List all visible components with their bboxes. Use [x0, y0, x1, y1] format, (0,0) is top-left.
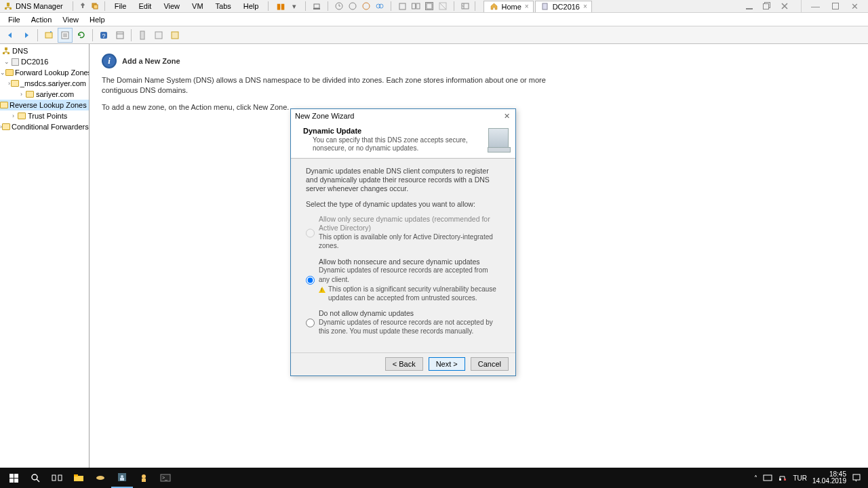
option-none[interactable]: Do not allow dynamic updates Dynamic upd…	[306, 309, 500, 336]
tray-icon-1[interactable]	[763, 474, 772, 482]
forward-button[interactable]	[19, 28, 34, 43]
outer-close-icon[interactable]: ✕	[851, 1, 859, 12]
menu-view[interactable]: View	[57, 14, 84, 25]
tree-zone-sariyer[interactable]: › sariyer.com	[0, 89, 89, 100]
svg-rect-6	[313, 8, 320, 9]
tree-fwd-zones[interactable]: ⌄ Forward Lookup Zones	[0, 67, 89, 78]
pause-icon[interactable]: ▮▮	[275, 1, 286, 12]
tree-fwd-label: Forward Lookup Zones	[15, 68, 90, 77]
unity-icon[interactable]	[397, 1, 408, 12]
svg-point-48	[121, 475, 123, 478]
expand-icon[interactable]: ›	[18, 91, 25, 98]
svg-rect-55	[779, 479, 781, 481]
close-icon[interactable]: ✕	[502, 112, 511, 121]
vm-menu-file[interactable]: File	[109, 1, 132, 12]
option-both[interactable]: Allow both nonsecure and secure dynamic …	[306, 258, 500, 303]
filter2-button[interactable]	[151, 28, 166, 43]
dropdown-icon[interactable]: ▾	[289, 1, 300, 12]
outer-maximize-icon[interactable]	[832, 3, 839, 9]
send-ctrl-alt-del-icon[interactable]	[311, 1, 322, 12]
help-button[interactable]: ?	[96, 28, 111, 43]
filter3-button[interactable]	[167, 28, 182, 43]
details-button[interactable]	[113, 28, 127, 43]
vm-menu-tabs[interactable]: Tabs	[210, 1, 237, 12]
taskbar-app1-icon[interactable]	[90, 468, 111, 488]
task-view-icon[interactable]	[46, 468, 68, 488]
tree-root-dns[interactable]: DNS	[0, 45, 89, 56]
radio-none[interactable]	[306, 310, 315, 336]
collapse-icon[interactable]: ⌄	[3, 58, 10, 65]
option-secure-only[interactable]: Allow only secure dynamic updates (recom…	[306, 215, 500, 250]
vm-menu-help[interactable]: Help	[238, 1, 264, 12]
tray-clock[interactable]: 18:45 14.04.2019	[812, 471, 846, 485]
properties-button[interactable]	[58, 28, 73, 43]
outer-minimize-icon[interactable]: —	[811, 1, 820, 12]
radio-secure-only[interactable]	[306, 216, 315, 250]
maximize-stack-icon[interactable]	[763, 2, 771, 10]
toolbar: ?	[0, 26, 868, 44]
vm-app-title-text: DNS Manager	[16, 2, 63, 10]
vm-menu-edit[interactable]: Edit	[133, 1, 157, 12]
vm-tab-home[interactable]: Home ×	[484, 1, 533, 12]
taskbar-cmd-icon[interactable]: >_	[155, 468, 176, 488]
taskbar-app3-icon[interactable]	[133, 468, 155, 488]
vm-tab-dc2016[interactable]: DC2016 ×	[535, 1, 592, 12]
snapshot-icon[interactable]	[347, 1, 358, 12]
folder-icon	[0, 101, 8, 109]
tray-lang[interactable]: TUR	[793, 474, 807, 482]
search-icon[interactable]	[24, 468, 46, 488]
fullscreen-icon[interactable]	[424, 1, 435, 12]
back-button[interactable]: < Back	[385, 357, 423, 371]
back-button[interactable]	[3, 28, 18, 43]
tree-zone-msdcs[interactable]: › _msdcs.sariyer.com	[0, 78, 89, 89]
close-icon[interactable]: ×	[525, 3, 529, 10]
vm-menu-vm[interactable]: VM	[186, 1, 209, 12]
new-button[interactable]	[41, 28, 56, 43]
folder-icon	[2, 123, 10, 131]
server-icon	[540, 1, 551, 12]
close-icon[interactable]	[781, 2, 789, 10]
menu-file[interactable]: File	[3, 14, 26, 25]
clock-icon[interactable]	[334, 1, 344, 12]
tray-network-icon[interactable]	[778, 474, 787, 482]
vm-menu-view[interactable]: View	[158, 1, 185, 12]
refresh-button[interactable]	[74, 28, 89, 43]
svg-point-8	[349, 3, 356, 9]
seamless-icon[interactable]	[437, 1, 448, 12]
vm-copy-icon[interactable]	[90, 1, 100, 12]
svg-rect-5	[314, 4, 319, 8]
expand-icon[interactable]: ›	[9, 113, 17, 119]
cancel-button[interactable]: Cancel	[471, 357, 509, 371]
file-explorer-icon[interactable]	[68, 468, 90, 488]
tray-notifications-icon[interactable]	[852, 473, 861, 483]
taskbar-app2-icon[interactable]	[111, 468, 133, 488]
tree-cond-fwd[interactable]: › Conditional Forwarders	[0, 121, 89, 132]
filter1-button[interactable]	[135, 28, 150, 43]
tray-expand-icon[interactable]: ˄	[754, 474, 757, 482]
wizard-prompt: Select the type of dynamic updates you w…	[306, 200, 500, 208]
vm-app-title: DNS Manager	[3, 1, 63, 12]
multimon-icon[interactable]	[410, 1, 421, 12]
next-button[interactable]: Next >	[429, 357, 465, 371]
page-title: Add a New Zone	[122, 57, 180, 65]
zone-icon	[25, 90, 35, 98]
collapse-icon[interactable]: ⌄	[0, 69, 5, 76]
minimize-icon[interactable]	[745, 2, 753, 10]
svg-rect-43	[58, 475, 62, 481]
tree-trust-points[interactable]: › Trust Points	[0, 110, 89, 121]
snapshot-manager-icon[interactable]	[374, 1, 385, 12]
snapshot-revert-icon[interactable]	[361, 1, 372, 12]
tree-server[interactable]: ⌄ DC2016	[0, 56, 89, 67]
systray: ˄ TUR 18:45 14.04.2019	[754, 471, 865, 485]
pin-icon[interactable]	[77, 1, 88, 12]
menu-help[interactable]: Help	[84, 14, 111, 25]
library-icon[interactable]	[460, 1, 471, 12]
radio-both[interactable]	[306, 258, 315, 303]
content-header: i Add a New Zone	[102, 54, 856, 68]
wizard-titlebar[interactable]: New Zone Wizard ✕	[291, 109, 515, 123]
close-icon[interactable]: ×	[583, 3, 587, 10]
start-button[interactable]	[3, 468, 24, 488]
menu-action[interactable]: Action	[26, 14, 58, 25]
tree-rev-zones[interactable]: Reverse Lookup Zones	[0, 100, 89, 110]
wizard-body: Dynamic updates enable DNS client comput…	[291, 159, 515, 352]
